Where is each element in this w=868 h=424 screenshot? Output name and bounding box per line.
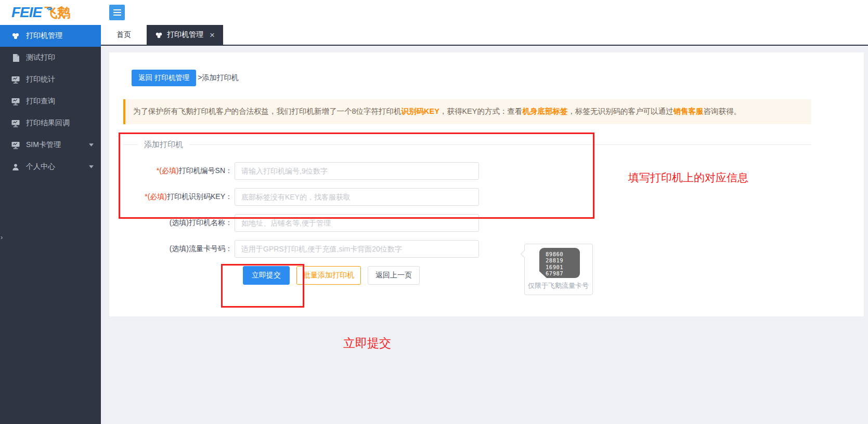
sidebar-item-print-result-callback[interactable]: 打印结果回调: [0, 112, 101, 134]
key-notice-banner: 为了保护所有飞鹅打印机客户的合法权益，我们打印机新增了一个8位字符打印机识别码K…: [123, 99, 811, 124]
sim-card-caption: 仅限于飞鹅流量卡号: [528, 281, 589, 290]
user-icon: [11, 163, 20, 171]
app-window: FEIE 飞鹅 打印机管理 测试打印: [0, 0, 868, 424]
sidebar-item-printer-management[interactable]: 打印机管理: [0, 25, 101, 47]
tab-label: 打印机管理: [167, 30, 203, 39]
sidebar-collapse-handle[interactable]: ›: [0, 233, 3, 242]
batch-add-button[interactable]: 批量添加打印机: [296, 266, 361, 285]
monitor-icon: [11, 120, 20, 127]
close-icon[interactable]: ×: [210, 31, 215, 39]
chevron-down-icon: [89, 165, 94, 168]
sidebar-item-label: 测试打印: [26, 53, 55, 62]
sidebar-item-personal-center[interactable]: 个人中心: [0, 156, 101, 178]
name-field-label: (选填)打印机名称：: [123, 218, 235, 228]
sidebar-item-print-statistics[interactable]: 打印统计: [0, 69, 101, 90]
monitor-icon: [11, 141, 20, 149]
app-logo: FEIE 飞鹅: [0, 5, 101, 20]
monitor-icon: [11, 76, 20, 84]
notice-text: 为了保护所有飞鹅打印机客户的合法权益，我们打印机新增了一个8位字符打印机: [133, 107, 401, 115]
tab-home[interactable]: 首页: [101, 25, 147, 45]
printer-key-input[interactable]: [235, 188, 479, 206]
monitor-icon: [11, 98, 20, 105]
sidebar-item-print-query[interactable]: 打印查询: [0, 90, 101, 112]
add-printer-panel: 返回 打印机管理 >添加打印机 为了保护所有飞鹅打印机客户的合法权益，我们打印机…: [109, 52, 864, 316]
sim-card-image: 89860 28819 16901 67987: [539, 248, 580, 278]
printer-name-input[interactable]: [235, 214, 479, 232]
sidebar-item-label: 打印统计: [26, 75, 55, 84]
sim-number-input[interactable]: [235, 240, 479, 258]
main-content: 返回 打印机管理 >添加打印机 为了保护所有飞鹅打印机客户的合法权益，我们打印机…: [101, 46, 868, 424]
sidebar-item-test-print[interactable]: 测试打印: [0, 47, 101, 69]
sidebar-item-label: SIM卡管理: [26, 140, 61, 150]
chevron-down-icon: [89, 143, 94, 147]
printer-sn-input[interactable]: [235, 162, 479, 180]
add-printer-form: 添加打印机 *(必填)打印机编号SN： *(必填)打印机识别码KEY： (选填)…: [123, 140, 811, 285]
form-row-name: (选填)打印机名称：: [123, 214, 811, 232]
tab-printer-management[interactable]: 打印机管理 ×: [147, 25, 223, 45]
sn-field-label: *(必填)打印机编号SN：: [123, 166, 235, 176]
form-row-sn: *(必填)打印机编号SN：: [123, 162, 811, 180]
sim-field-label: (选填)流量卡号码：: [123, 244, 235, 254]
notice-highlight-key: 识别码KEY: [401, 107, 439, 115]
sim-card-hint: 89860 28819 16901 67987 仅限于飞鹅流量卡号: [524, 244, 593, 295]
tab-bar: 首页 打印机管理 ×: [101, 25, 868, 46]
logo-text-en: FEIE: [11, 5, 42, 20]
notice-highlight-label-link[interactable]: 机身底部标签: [522, 107, 567, 115]
breadcrumb: 返回 打印机管理 >添加打印机: [132, 70, 864, 86]
breadcrumb-current: >添加打印机: [198, 73, 238, 83]
printer-icon: [155, 31, 163, 39]
form-row-key: *(必填)打印机识别码KEY：: [123, 188, 811, 206]
notice-text: ，获得KEY的方式：查看: [439, 107, 523, 115]
notice-highlight-support-link[interactable]: 销售客服: [673, 107, 703, 115]
back-to-printer-management-button[interactable]: 返回 打印机管理: [132, 70, 196, 86]
notice-text: 咨询获得。: [703, 107, 741, 115]
sidebar-item-label: 个人中心: [26, 162, 55, 171]
sidebar: 打印机管理 测试打印 打印统计 打印查询 打印结果回调: [0, 25, 101, 424]
top-bar: FEIE 飞鹅: [0, 0, 868, 25]
key-field-label: *(必填)打印机识别码KEY：: [123, 192, 235, 202]
sidebar-toggle-button[interactable]: [109, 5, 125, 20]
return-previous-page-button[interactable]: 返回上一页: [368, 266, 420, 285]
wifi-signal-icon: [46, 6, 54, 12]
sidebar-item-sim-card-management[interactable]: SIM卡管理: [0, 134, 101, 156]
form-section: 为了保护所有飞鹅打印机客户的合法权益，我们打印机新增了一个8位字符打印机识别码K…: [123, 99, 811, 285]
tab-label: 首页: [116, 30, 131, 39]
form-legend: 添加打印机: [138, 140, 189, 150]
printer-icon: [11, 32, 20, 40]
sidebar-item-label: 打印结果回调: [26, 118, 70, 128]
sidebar-item-label: 打印机管理: [26, 31, 62, 41]
notice-text: ，标签无识别码的客户可以通过: [567, 107, 673, 115]
document-icon: [11, 54, 20, 62]
submit-button[interactable]: 立即提交: [243, 266, 290, 285]
form-row-sim: (选填)流量卡号码：: [123, 240, 811, 258]
sidebar-item-label: 打印查询: [26, 97, 55, 106]
